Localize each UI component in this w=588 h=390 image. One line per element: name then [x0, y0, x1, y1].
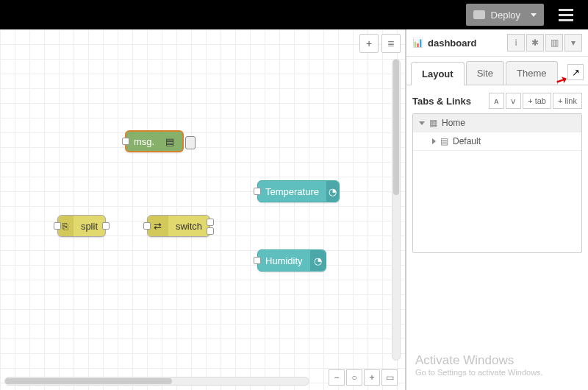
info-icon: i: [515, 38, 517, 48]
deploy-button[interactable]: Deploy: [466, 4, 544, 26]
open-dashboard-button[interactable]: ↗: [567, 64, 584, 80]
zoom-in-button[interactable]: +: [364, 369, 380, 386]
canvas-list-button[interactable]: ≣: [381, 34, 401, 53]
dashboard-tab-icon: ▦: [429, 118, 437, 128]
node-port-out-1[interactable]: [207, 219, 214, 226]
pane-buttons: ᴀ ᴠ + tab + link: [489, 93, 582, 109]
sidebar-tools: i ✱ ▥ ▾: [507, 34, 582, 52]
node-port-out-2[interactable]: [207, 227, 214, 235]
canvas-add-button[interactable]: +: [359, 34, 379, 53]
list-icon: ≣: [387, 38, 395, 49]
dashboard-panel-button[interactable]: ▥: [545, 34, 563, 52]
add-tab-button[interactable]: + tab: [523, 93, 551, 109]
group-icon: ▤: [440, 136, 448, 146]
sidebar: 📊 dashboard i ✱ ▥ ▾ Layout Site Theme ↗ …: [406, 29, 588, 390]
tabs-tree: ▦ Home ▤ Default: [412, 113, 582, 253]
tab-layout[interactable]: Layout: [411, 62, 465, 85]
node-humidity[interactable]: Humidity ◔: [257, 249, 326, 272]
node-port-in[interactable]: [122, 138, 129, 145]
expand-all-button[interactable]: ᴀ: [489, 93, 504, 109]
zoom-reset-button[interactable]: ○: [346, 369, 362, 386]
node-temperature[interactable]: Temperature ◔: [257, 180, 340, 202]
layout-pane: Tabs & Links ᴀ ᴠ + tab + link ▦ Home ▤: [406, 85, 588, 253]
debug-icon: ▤: [162, 136, 178, 147]
bar-chart-icon: 📊: [412, 38, 423, 48]
node-label: msg.: [126, 136, 162, 147]
node-port-in[interactable]: [254, 188, 261, 195]
canvas-grid: [0, 29, 405, 390]
node-label: split: [74, 221, 105, 232]
node-debug[interactable]: msg. ▤: [125, 130, 184, 152]
hamburger-menu-button[interactable]: [551, 0, 581, 29]
node-port-in[interactable]: [254, 257, 261, 264]
deploy-icon: [473, 10, 485, 19]
node-port-in[interactable]: [143, 222, 151, 230]
node-switch[interactable]: ⇄ switch: [147, 215, 210, 237]
bug-icon: ✱: [531, 38, 539, 48]
watermark-subtitle: Go to Settings to activate Windows.: [415, 368, 543, 377]
flow-canvas[interactable]: + ≣ msg. ▤ ⎘ split: [0, 29, 406, 390]
sidebar-header: 📊 dashboard i ✱ ▥ ▾: [406, 29, 588, 57]
chevron-down-icon: [419, 121, 425, 125]
gauge-icon: ◔: [310, 250, 326, 271]
scrollbar-thumb[interactable]: [5, 378, 172, 384]
zoom-out-button[interactable]: −: [329, 369, 345, 386]
node-label: switch: [168, 221, 209, 232]
top-bar: Deploy: [0, 0, 588, 29]
map-toggle-button[interactable]: ▭: [381, 369, 398, 386]
caret-down-icon: ▾: [571, 38, 576, 48]
scrollbar-thumb[interactable]: [393, 60, 399, 195]
debug-toggle[interactable]: [185, 136, 196, 149]
windows-watermark: Activate Windows Go to Settings to activ…: [415, 353, 543, 377]
sidebar-title-text: dashboard: [428, 38, 476, 49]
gauge-icon: ◔: [326, 181, 339, 202]
debug-panel-button[interactable]: ✱: [526, 34, 544, 52]
sidebar-title: 📊 dashboard: [412, 38, 476, 49]
external-link-icon: ↗: [572, 67, 580, 78]
collapse-all-button[interactable]: ᴠ: [506, 93, 521, 109]
node-label: Humidity: [258, 255, 310, 266]
tree-label: Home: [442, 118, 465, 128]
tree-label: Default: [453, 136, 481, 146]
tab-theme[interactable]: Theme: [506, 61, 557, 85]
watermark-title: Activate Windows: [415, 353, 543, 368]
canvas-scrollbar-v[interactable]: [392, 59, 401, 361]
sidebar-dropdown-button[interactable]: ▾: [564, 34, 582, 52]
pane-section-title: Tabs & Links: [412, 96, 471, 107]
tab-site[interactable]: Site: [466, 61, 504, 85]
deploy-label: Deploy: [491, 10, 520, 21]
chevron-right-icon: [432, 138, 436, 144]
switch-icon: ⇄: [148, 216, 168, 236]
tree-group-default[interactable]: ▤ Default: [413, 132, 581, 151]
tree-tab-home[interactable]: ▦ Home: [413, 114, 581, 132]
bar-chart-icon: ▥: [551, 38, 559, 48]
node-label: Temperature: [258, 186, 326, 197]
node-port-in[interactable]: [54, 222, 61, 230]
caret-down-icon: [531, 13, 537, 17]
node-port-out[interactable]: [102, 222, 110, 230]
canvas-scrollbar-h[interactable]: [4, 377, 309, 386]
add-link-button[interactable]: + link: [553, 93, 582, 109]
canvas-toolbar: + ≣: [359, 34, 401, 53]
node-split[interactable]: ⎘ split: [57, 215, 106, 237]
canvas-footer: − ○ + ▭: [329, 369, 398, 386]
info-button[interactable]: i: [507, 34, 525, 52]
